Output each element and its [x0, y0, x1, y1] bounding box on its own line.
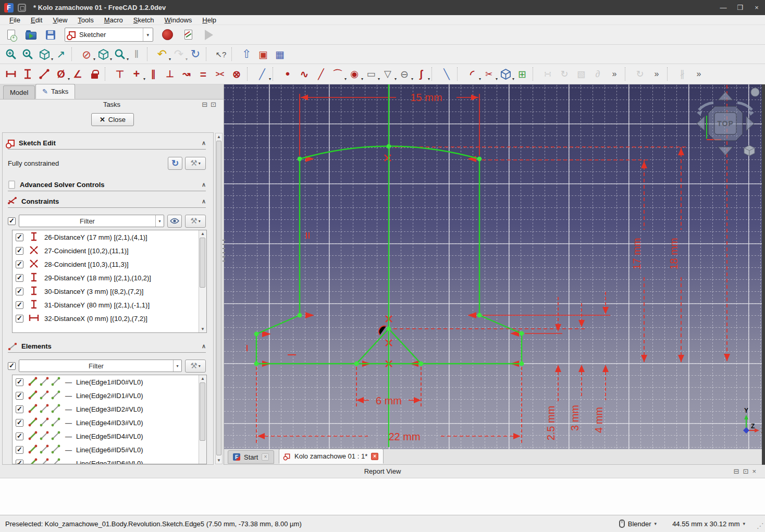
constraint-checkbox[interactable]: [16, 315, 23, 323]
collapse-icon[interactable]: ∧: [202, 198, 206, 205]
toolbar-overflow-icon[interactable]: »: [649, 66, 664, 82]
constraint-row[interactable]: 26-DistanceY (17 mm) [(2,1),(4,1)]: [13, 230, 206, 244]
close-tab-icon[interactable]: ×: [371, 453, 378, 460]
constraint-checkbox[interactable]: [16, 274, 23, 282]
report-view-content[interactable]: [0, 478, 765, 515]
elements-filter-input[interactable]: Filter ▾: [19, 360, 182, 372]
create-line-icon[interactable]: ╱: [313, 66, 329, 82]
create-bspline-icon[interactable]: ʃ▾: [413, 66, 429, 82]
nav-style-selector[interactable]: Blender: [628, 520, 651, 528]
constraint-checkbox[interactable]: [16, 301, 23, 309]
construction-line-icon[interactable]: ╲: [439, 66, 454, 82]
section-sketch-edit[interactable]: Sketch Edit ∧: [8, 137, 206, 150]
tab-start[interactable]: F Start ×: [228, 450, 274, 464]
create-slot-icon[interactable]: ⊖▾: [397, 66, 412, 82]
element-row[interactable]: —Line(Edge1#ID0#VL0): [13, 375, 206, 389]
menu-tools[interactable]: Tools: [72, 16, 98, 24]
panel-scrollbar[interactable]: ▲ ▼: [215, 133, 223, 464]
collapse-icon[interactable]: ∧: [202, 343, 206, 350]
section-elements[interactable]: Elements ∧: [8, 340, 206, 353]
workbench-selector[interactable]: Sketcher ▾: [65, 28, 153, 42]
zoom-selection-icon[interactable]: [20, 46, 35, 62]
constraint-row[interactable]: 28-Coincident [(10,3),(11,3)]: [13, 257, 206, 271]
tab-document[interactable]: Kolo zamachowe 01 : 1* ×: [279, 449, 384, 464]
constraint-row[interactable]: 29-DistanceY (18 mm) [(2,1),(10,2)]: [13, 271, 206, 284]
tab-tasks[interactable]: ✎ Tasks: [35, 84, 75, 99]
element-checkbox[interactable]: [16, 419, 23, 427]
constraint-checkbox[interactable]: [16, 247, 23, 255]
constraint-row[interactable]: 32-DistanceX (0 mm) [(10,2),(7,2)]: [13, 312, 206, 325]
element-row[interactable]: —Line(Edge6#ID5#VL0): [13, 443, 206, 456]
element-checkbox[interactable]: [16, 405, 23, 413]
constraints-settings-button[interactable]: ⚒▾: [185, 215, 206, 228]
float-panel-icon[interactable]: ⊡: [743, 467, 752, 475]
element-checkbox[interactable]: [16, 378, 23, 386]
elements-settings-button[interactable]: ⚒▾: [185, 360, 206, 373]
close-tab-icon[interactable]: ×: [262, 453, 269, 461]
constraint-row[interactable]: 27-Coincident [(10,2),(11,1)]: [13, 244, 206, 257]
create-arc-icon[interactable]: ⌒▾: [330, 66, 346, 82]
menu-help[interactable]: Help: [197, 16, 221, 24]
open-document-icon[interactable]: [23, 27, 39, 43]
create-rectangle-icon[interactable]: ▭▾: [363, 66, 379, 82]
menu-sketch[interactable]: Sketch: [128, 16, 159, 24]
constrain-distance-y-icon[interactable]: [20, 66, 35, 82]
constraint-row[interactable]: 31-DistanceY (80 mm) [(2,1),(-1,1)]: [13, 298, 206, 312]
resize-grip[interactable]: ⋰: [757, 522, 763, 530]
new-document-icon[interactable]: [3, 27, 19, 43]
export-icon[interactable]: ⇧: [239, 46, 254, 62]
constrain-angle-icon[interactable]: ∠: [70, 66, 85, 82]
show-hide-constraints-button[interactable]: [167, 215, 182, 228]
element-checkbox[interactable]: [16, 460, 23, 465]
constraints-filter-checkbox[interactable]: [8, 217, 16, 225]
constrain-diameter-icon[interactable]: Ø▾: [53, 66, 69, 82]
dock-panel-icon[interactable]: ⊟: [734, 467, 743, 475]
toolbar-overflow-icon[interactable]: »: [691, 66, 707, 82]
tab-model[interactable]: Model: [3, 85, 35, 99]
menu-file[interactable]: File: [4, 16, 26, 24]
dim-18mm[interactable]: 18 mm: [668, 238, 680, 269]
play-macro-icon[interactable]: [201, 27, 217, 43]
element-checkbox[interactable]: [16, 392, 23, 400]
constraints-list-scrollbar[interactable]: ▲ ▼: [199, 230, 206, 332]
constraint-checkbox[interactable]: [16, 261, 23, 268]
undo-icon[interactable]: ↶▾: [154, 46, 170, 62]
chevron-down-icon[interactable]: ▾: [743, 521, 745, 526]
window-menu-icon[interactable]: [18, 4, 26, 12]
panel-splitter[interactable]: [223, 240, 225, 265]
chevron-down-icon[interactable]: ▾: [655, 521, 657, 526]
constrain-horizontal-vertical-icon[interactable]: +▾: [129, 66, 144, 82]
section-advanced-solver[interactable]: Advanced Solver Controls ∧: [8, 179, 206, 191]
create-polyline-icon[interactable]: ∿: [297, 66, 312, 82]
constrain-parallel-icon[interactable]: ∥: [145, 66, 161, 82]
minimize-button[interactable]: —: [719, 4, 727, 11]
create-circle-icon[interactable]: ◉▾: [347, 66, 362, 82]
texture-icon[interactable]: ▦: [272, 46, 288, 62]
measure-icon[interactable]: ǁ: [129, 46, 144, 62]
3d-viewport[interactable]: 15 mm 17 mm 18 mm 6 mm 22 mm 2.5 mm 3 mm…: [224, 84, 762, 449]
dim-22mm[interactable]: 22 mm: [388, 431, 420, 442]
float-panel-icon[interactable]: ⊡: [211, 101, 219, 108]
constrain-perpendicular-icon[interactable]: ⊥: [162, 66, 178, 82]
viewport-size-readout[interactable]: 44.55 mm x 30.12 mm: [672, 520, 739, 528]
dim-4mm[interactable]: 4 mm: [593, 407, 604, 433]
collapse-icon[interactable]: ∧: [202, 140, 206, 146]
toolbar-overflow-icon[interactable]: »: [607, 66, 622, 82]
save-document-icon[interactable]: [43, 27, 58, 43]
close-button[interactable]: ×: [752, 4, 761, 11]
maximize-button[interactable]: ❒: [736, 4, 744, 11]
constrain-vertical-icon[interactable]: ⊤: [112, 66, 128, 82]
axonometric-view-icon[interactable]: ▾: [36, 46, 52, 62]
constraint-checkbox[interactable]: [16, 288, 23, 295]
carbon-copy-icon[interactable]: ⊞: [514, 66, 530, 82]
element-row[interactable]: —Line(Edge7#ID6#VL0): [13, 456, 206, 464]
collapse-icon[interactable]: ∧: [202, 181, 206, 188]
dim-2-5mm[interactable]: 2.5 mm: [545, 406, 557, 441]
fit-all-icon[interactable]: [3, 46, 19, 62]
menu-windows[interactable]: Windows: [159, 16, 198, 24]
close-sketch-button[interactable]: ✕ Close: [91, 113, 134, 126]
constrain-tangent-icon[interactable]: ↝: [179, 66, 194, 82]
constrain-lock-icon[interactable]: [87, 66, 102, 82]
constrain-equal-icon[interactable]: =: [195, 66, 211, 82]
menu-edit[interactable]: Edit: [26, 16, 47, 24]
